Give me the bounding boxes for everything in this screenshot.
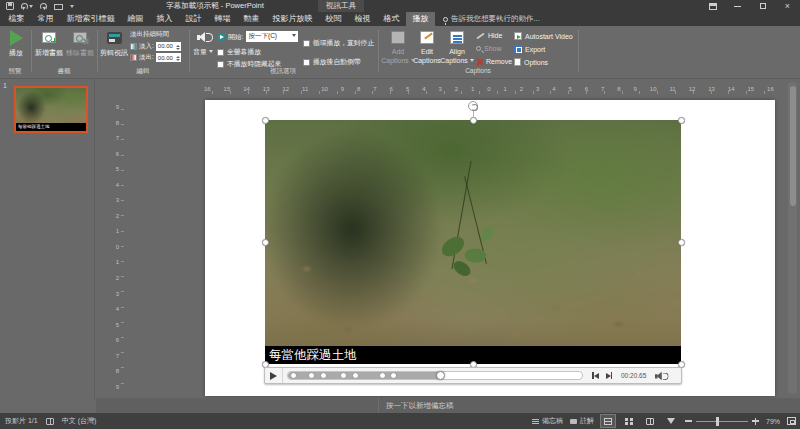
resize-handle-left[interactable]	[262, 239, 269, 246]
fade-in-spinner[interactable]	[176, 43, 180, 52]
zoom-level[interactable]: 79%	[766, 418, 780, 425]
ribbon-tab-11[interactable]: 格式	[377, 12, 406, 26]
fade-in-input[interactable]: 00.00	[156, 42, 181, 51]
hruler-number: 0	[487, 84, 490, 94]
volume-button[interactable]: 音量	[191, 29, 215, 56]
rewind-after-playing-checkbox[interactable]: 播放後自動倒帶	[303, 57, 361, 67]
scrollbar-thumb[interactable]	[790, 86, 796, 206]
zoom-slider[interactable]	[696, 421, 748, 422]
close-button[interactable]: ×	[775, 0, 800, 12]
ribbon-tab-5[interactable]: 設計	[179, 12, 208, 26]
start-slideshow-icon[interactable]	[54, 4, 63, 10]
slide-thumbnail[interactable]: 每當他踩過土地	[14, 86, 88, 133]
spellcheck-icon[interactable]	[46, 418, 54, 425]
notes-pane[interactable]: 按一下以新增備忘稿	[96, 398, 800, 413]
minimize-button[interactable]	[725, 0, 750, 12]
language-indicator[interactable]: 中文 (台灣)	[62, 416, 97, 426]
ribbon-tab-row: 檔案常用新增索引標籤繪圖插入設計轉場動畫投影片放映校閱檢視格式播放 告訴我您想要…	[0, 12, 800, 26]
ribbon-tab-8[interactable]: 投影片放映	[266, 12, 319, 26]
options-button[interactable]: Options	[514, 58, 548, 66]
slideshow-view-button[interactable]	[664, 415, 678, 427]
fade-out-input[interactable]: 00.00	[156, 53, 181, 62]
playhead[interactable]	[436, 371, 445, 380]
media-play-button[interactable]	[265, 368, 283, 383]
play-preview-button[interactable]: 播放	[3, 29, 29, 58]
vruler-number: 1	[116, 257, 119, 267]
ribbon-tab-3[interactable]: 繪圖	[121, 12, 150, 26]
add-bookmark-button[interactable]: 新增書籤	[34, 29, 64, 58]
show-captions-button[interactable]: Show	[476, 45, 502, 52]
ribbon-tab-7[interactable]: 動畫	[237, 12, 266, 26]
bookmark-dot[interactable]	[309, 373, 314, 378]
comments-toggle-button[interactable]: 註解	[570, 416, 594, 426]
ribbon-tab-10[interactable]: 檢視	[348, 12, 377, 26]
checkbox-icon	[217, 49, 224, 56]
resize-handle-top[interactable]	[470, 117, 477, 124]
bookmark-dot[interactable]	[380, 373, 385, 378]
hruler-number: 1	[471, 84, 474, 94]
status-bar: 投影片 1/1 中文 (台灣) 備忘稿 註解 79%	[0, 413, 800, 429]
rotate-handle[interactable]	[468, 101, 478, 111]
resize-handle-right[interactable]	[678, 239, 685, 246]
trim-video-button[interactable]: 剪輯視訊	[99, 29, 129, 58]
vruler-number: 7	[116, 351, 119, 361]
resize-handle-top-left[interactable]	[262, 117, 269, 124]
bookmark-dot[interactable]	[321, 373, 326, 378]
fit-to-window-button[interactable]	[787, 417, 796, 425]
mute-volume-button[interactable]	[655, 371, 666, 380]
play-label: 播放	[9, 48, 23, 58]
ribbon-tab-6[interactable]: 轉場	[208, 12, 237, 26]
remove-captions-button[interactable]: Remove	[476, 58, 512, 65]
ribbon-tab-12[interactable]: 播放	[406, 12, 435, 26]
restore-button[interactable]	[750, 0, 775, 12]
save-icon[interactable]	[6, 2, 14, 10]
ribbon-display-options-button[interactable]	[700, 0, 725, 12]
undo-button[interactable]	[21, 3, 33, 10]
title-bar: 字幕加載項示範 - PowerPoint 視訊工具 ×	[0, 0, 800, 12]
vruler-number: 5	[116, 164, 119, 174]
trim-video-label: 剪輯視訊	[100, 48, 128, 58]
ribbon-tab-2[interactable]: 新增索引標籤	[60, 12, 121, 26]
ribbon-tab-9[interactable]: 校閱	[319, 12, 348, 26]
ribbon-tab-1[interactable]: 常用	[31, 12, 60, 26]
zoom-in-button[interactable]	[752, 418, 759, 425]
trim-video-icon	[107, 32, 122, 44]
customize-qat-icon[interactable]	[70, 5, 74, 10]
align-captions-icon	[450, 31, 464, 44]
video-object[interactable]: 每當他踩過土地	[265, 120, 681, 364]
edit-captions-button[interactable]: Edit Captions	[413, 29, 441, 65]
hruler-number: 11	[302, 84, 308, 94]
media-progress-bar[interactable]	[287, 371, 583, 380]
start-dropdown[interactable]: 按一下(C)	[246, 31, 298, 42]
loop-until-stopped-checkbox[interactable]: 循環播放，直到停止	[303, 38, 374, 48]
zoom-slider-thumb[interactable]	[716, 417, 719, 426]
ribbon-tabs: 檔案常用新增索引標籤繪圖插入設計轉場動畫投影片放映校閱檢視格式播放	[0, 12, 435, 26]
fade-out-spinner[interactable]	[176, 54, 180, 63]
group-label-preview: 預覽	[0, 67, 30, 76]
align-captions-button[interactable]: Align Captions	[442, 29, 472, 65]
hruler-number: 1	[503, 84, 506, 94]
slide-sorter-view-button[interactable]	[622, 415, 636, 427]
skip-forward-button[interactable]	[606, 372, 613, 379]
media-control-bar: 00:20.65	[264, 367, 682, 384]
skip-back-button[interactable]	[592, 372, 599, 379]
reading-view-button[interactable]	[643, 415, 657, 427]
slide-canvas[interactable]: 每當他踩過土地 00:20.65	[205, 100, 775, 396]
add-captions-button[interactable]: Add Captions	[384, 29, 412, 65]
redo-icon[interactable]	[40, 3, 47, 10]
vertical-scrollbar[interactable]	[788, 82, 797, 394]
hide-icon	[476, 32, 485, 39]
hide-captions-button[interactable]: Hide	[476, 32, 502, 39]
tell-me-box[interactable]: 告訴我您想要執行的動作...	[443, 12, 540, 26]
ribbon-tab-4[interactable]: 插入	[150, 12, 179, 26]
export-button[interactable]: Export	[514, 45, 545, 53]
normal-view-button[interactable]	[601, 415, 615, 427]
notes-toggle-button[interactable]: 備忘稿	[532, 416, 563, 426]
full-screen-checkbox[interactable]: 全螢幕播放	[217, 47, 261, 57]
autostart-video-button[interactable]: Autostart Video	[514, 32, 573, 40]
remove-bookmark-button[interactable]: 移除書籤	[65, 29, 95, 58]
zoom-out-button[interactable]	[685, 420, 692, 422]
thumbnail-caption: 每當他踩過土地	[16, 123, 86, 131]
resize-handle-top-right[interactable]	[678, 117, 685, 124]
ribbon-tab-0[interactable]: 檔案	[2, 12, 31, 26]
